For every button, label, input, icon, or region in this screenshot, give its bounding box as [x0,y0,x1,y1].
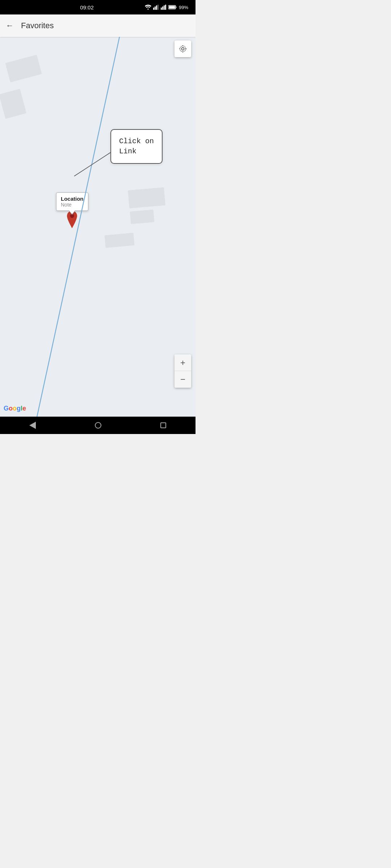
svg-rect-5 [162,7,163,10]
svg-rect-9 [169,6,175,9]
click-link-box[interactable]: Click onLink [110,129,163,164]
home-circle-icon [95,422,101,429]
svg-point-14 [180,46,186,52]
svg-rect-3 [157,5,159,10]
recents-square-icon [160,422,166,428]
map-background [0,37,196,417]
battery-icon [168,5,177,10]
click-link-text: Click onLink [119,137,154,156]
status-icons: 99% [145,5,188,10]
battery-percent: 99% [179,5,188,10]
location-title: Location [61,196,84,202]
location-note: Note [61,202,84,208]
nav-home-button[interactable] [86,419,110,431]
nav-bar: ← Favorites [0,14,196,37]
google-logo: Google [4,405,26,412]
svg-rect-2 [156,5,157,10]
location-pin-wrapper[interactable]: Location Note [56,192,88,228]
signal-icon-2 [161,5,167,10]
zoom-out-button[interactable]: − [175,371,191,388]
status-time: 09:02 [29,4,145,10]
map-block [105,233,135,248]
info-bubble[interactable]: Location Note [56,192,88,211]
nav-back-button[interactable] [21,419,45,432]
back-triangle-icon [29,422,36,429]
zoom-in-button[interactable]: + [175,354,191,371]
wifi-icon [145,5,151,10]
svg-rect-0 [153,8,154,10]
svg-rect-4 [161,8,162,10]
map-block [128,187,165,209]
svg-rect-1 [155,7,156,10]
zoom-controls: + − [175,354,191,388]
svg-rect-10 [176,7,177,8]
svg-rect-7 [165,5,166,10]
page-title: Favorites [21,21,54,30]
status-bar: 09:02 99% [0,0,196,14]
bottom-nav-bar [0,417,196,434]
map-container[interactable]: Location Note Click onLink Google + − [0,37,196,417]
signal-icon [153,5,159,10]
back-button[interactable]: ← [6,21,14,30]
map-block [130,209,155,224]
svg-rect-6 [164,5,165,10]
svg-point-13 [182,48,184,50]
nav-recents-button[interactable] [152,420,175,431]
gps-icon [178,44,187,53]
gps-button[interactable] [175,41,191,57]
